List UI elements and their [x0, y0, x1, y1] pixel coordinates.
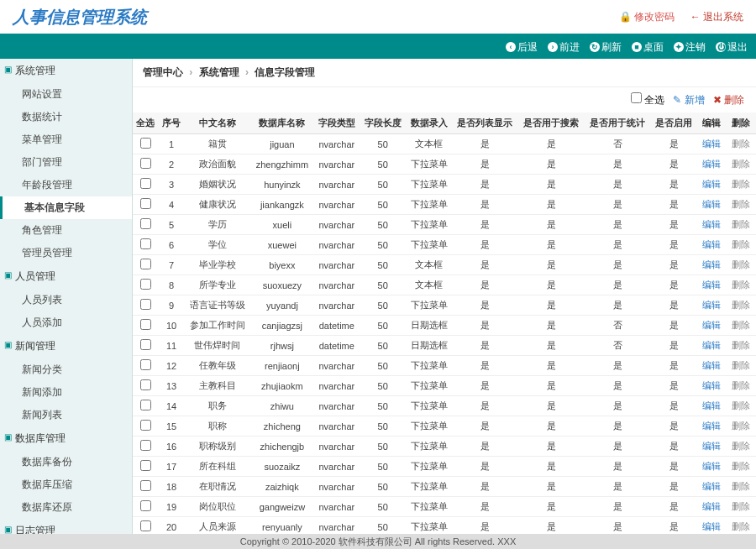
table-row: 13主教科目zhujiaokmnvarchar50下拉菜单是是是是编辑删除	[133, 376, 756, 396]
sidebar-item[interactable]: 基本信息字段	[0, 196, 132, 219]
delete-link[interactable]: 删除	[732, 461, 750, 471]
row-checkbox[interactable]	[140, 279, 151, 290]
exit-button[interactable]: ⏻退出	[716, 40, 748, 55]
edit-link[interactable]: 编辑	[702, 219, 721, 229]
footer: Copyright © 2010-2020 软件科技有限公司 All right…	[0, 534, 756, 549]
delete-link[interactable]: 删除	[732, 320, 750, 330]
row-checkbox[interactable]	[140, 480, 151, 491]
sidebar-item[interactable]: 新闻添加	[0, 381, 132, 404]
delete-link[interactable]: 删除	[732, 501, 750, 511]
delete-button[interactable]: ✖ 删除	[713, 93, 744, 107]
sidebar-group[interactable]: 系统管理	[0, 59, 132, 83]
row-checkbox[interactable]	[140, 520, 151, 531]
delete-link[interactable]: 删除	[732, 481, 750, 491]
sidebar-item[interactable]: 菜单管理	[0, 128, 132, 151]
row-checkbox[interactable]	[140, 198, 151, 209]
edit-link[interactable]: 编辑	[702, 300, 721, 310]
delete-link[interactable]: 删除	[732, 521, 750, 531]
edit-link[interactable]: 编辑	[702, 501, 721, 511]
sidebar-item[interactable]: 管理员管理	[0, 242, 132, 264]
edit-link[interactable]: 编辑	[702, 421, 721, 431]
row-checkbox[interactable]	[140, 359, 151, 370]
delete-link[interactable]: 删除	[732, 421, 750, 431]
delete-link[interactable]: 删除	[732, 159, 750, 169]
delete-link[interactable]: 删除	[732, 179, 750, 189]
sidebar-item[interactable]: 角色管理	[0, 219, 132, 242]
breadcrumb-l1[interactable]: 系统管理	[199, 66, 239, 78]
sidebar-group[interactable]: 人员管理	[0, 264, 132, 289]
row-checkbox[interactable]	[140, 218, 151, 229]
sidebar-item[interactable]: 数据库备份	[0, 451, 132, 473]
sidebar-item[interactable]: 数据库还原	[0, 496, 132, 519]
sidebar-item[interactable]: 人员添加	[0, 311, 132, 334]
edit-link[interactable]: 编辑	[702, 441, 721, 451]
breadcrumb-root[interactable]: 管理中心	[143, 66, 183, 78]
edit-link[interactable]: 编辑	[702, 461, 721, 471]
sidebar-item[interactable]: 年龄段管理	[0, 174, 132, 196]
row-checkbox[interactable]	[140, 238, 151, 249]
edit-link[interactable]: 编辑	[702, 400, 721, 410]
sidebar-item[interactable]: 数据库压缩	[0, 473, 132, 496]
delete-link[interactable]: 删除	[732, 280, 750, 290]
add-button[interactable]: ✎ 新增	[673, 93, 704, 107]
row-checkbox[interactable]	[140, 178, 151, 189]
sidebar-group[interactable]: 数据库管理	[0, 426, 132, 451]
row-checkbox[interactable]	[140, 158, 151, 169]
edit-link[interactable]: 编辑	[702, 380, 721, 390]
delete-link[interactable]: 删除	[732, 139, 750, 149]
row-checkbox[interactable]	[140, 138, 151, 149]
sidebar-item[interactable]: 网站设置	[0, 83, 132, 106]
edit-link[interactable]: 编辑	[702, 199, 721, 209]
sidebar-group[interactable]: 日志管理	[0, 519, 132, 534]
sidebar-item[interactable]: 人员列表	[0, 289, 132, 311]
row-checkbox[interactable]	[140, 440, 151, 451]
delete-link[interactable]: 删除	[732, 239, 750, 249]
select-all-top[interactable]: 全选	[631, 92, 664, 107]
edit-link[interactable]: 编辑	[702, 320, 721, 330]
logout-button[interactable]: ✦注销	[674, 40, 706, 55]
sidebar-item[interactable]: 新闻列表	[0, 404, 132, 426]
select-all-checkbox[interactable]	[631, 92, 642, 103]
edit-link[interactable]: 编辑	[702, 521, 721, 531]
delete-link[interactable]: 删除	[732, 400, 750, 410]
delete-link[interactable]: 删除	[732, 300, 750, 310]
row-checkbox[interactable]	[140, 319, 151, 330]
row-checkbox[interactable]	[140, 299, 151, 310]
sidebar-item[interactable]: 数据统计	[0, 106, 132, 128]
change-password-link[interactable]: 🔒 修改密码	[619, 11, 675, 23]
delete-link[interactable]: 删除	[732, 441, 750, 451]
edit-link[interactable]: 编辑	[702, 139, 721, 149]
row-checkbox[interactable]	[140, 420, 151, 431]
edit-link[interactable]: 编辑	[702, 280, 721, 290]
row-checkbox[interactable]	[140, 379, 151, 390]
edit-link[interactable]: 编辑	[702, 239, 721, 249]
row-checkbox[interactable]	[140, 460, 151, 471]
row-checkbox[interactable]	[140, 500, 151, 511]
delete-link[interactable]: 删除	[732, 360, 750, 370]
row-checkbox[interactable]	[140, 339, 151, 350]
sidebar-group[interactable]: 新闻管理	[0, 334, 132, 358]
delete-link[interactable]: 删除	[732, 199, 750, 209]
data-table: 全选序号中文名称数据库名称字段类型字段长度数据录入是否列表显示是否用于搜索是否用…	[133, 112, 756, 534]
delete-link[interactable]: 删除	[732, 380, 750, 390]
delete-link[interactable]: 删除	[732, 259, 750, 269]
refresh-button[interactable]: ↻刷新	[590, 40, 622, 55]
edit-link[interactable]: 编辑	[702, 259, 721, 269]
edit-link[interactable]: 编辑	[702, 340, 721, 350]
edit-link[interactable]: 编辑	[702, 481, 721, 491]
row-checkbox[interactable]	[140, 259, 151, 269]
back-button[interactable]: ‹后退	[506, 40, 538, 55]
edit-link[interactable]: 编辑	[702, 179, 721, 189]
sidebar-item[interactable]: 部门管理	[0, 151, 132, 174]
delete-link[interactable]: 删除	[732, 219, 750, 229]
desktop-button[interactable]: ■桌面	[632, 40, 664, 55]
edit-link[interactable]: 编辑	[702, 159, 721, 169]
table-row: 11世伟焊时间rjhwsjdatetime50日期选框是是否是编辑删除	[133, 336, 756, 356]
delete-link[interactable]: 删除	[732, 340, 750, 350]
row-checkbox[interactable]	[140, 400, 151, 410]
cell-type: nvarchar	[313, 275, 360, 295]
forward-button[interactable]: ›前进	[548, 40, 580, 55]
edit-link[interactable]: 编辑	[702, 360, 721, 370]
exit-system-link[interactable]: ← 退出系统	[690, 11, 743, 23]
sidebar-item[interactable]: 新闻分类	[0, 358, 132, 381]
